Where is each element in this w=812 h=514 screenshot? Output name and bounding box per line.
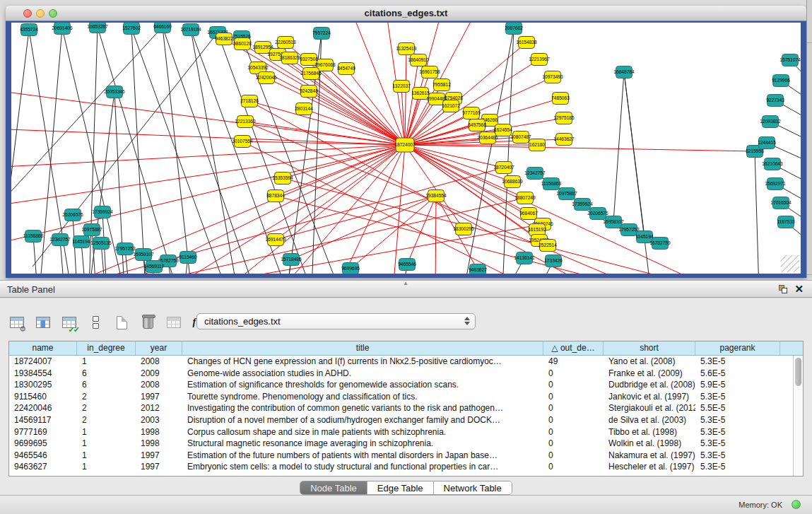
graph-edge[interactable]	[309, 91, 405, 145]
column-header-year[interactable]: year	[136, 341, 182, 355]
graph-node[interactable]: 16958107	[133, 249, 154, 261]
graph-node[interactable]: 9463627	[469, 264, 487, 274]
graph-node[interactable]: 9129966	[772, 75, 790, 87]
graph-node[interactable]: 1322037	[392, 81, 411, 93]
graph-node[interactable]: 9242848	[300, 86, 318, 98]
column-header-title[interactable]: title	[182, 341, 543, 355]
select-rows-button[interactable]: ✓✓	[59, 313, 79, 332]
graph-node[interactable]: 1615192	[528, 224, 546, 236]
splitter-handle[interactable]: ▲	[401, 281, 410, 286]
graph-node[interactable]: 16648784	[613, 66, 635, 78]
graph-node[interactable]: 9684067	[519, 208, 538, 220]
column-header-out_de[interactable]: △ out_de…	[543, 341, 604, 355]
graph-node[interactable]: 10719184	[180, 24, 201, 36]
column-header-in_degree[interactable]: in_degree	[77, 341, 136, 355]
graph-edge[interactable]	[624, 72, 651, 274]
table-select-dropdown[interactable]: citations_edges.txt	[196, 313, 476, 329]
graph-edge[interactable]	[276, 145, 405, 240]
graph-node[interactable]: 1244415	[758, 137, 776, 149]
graph-node[interactable]: 17016504	[770, 197, 792, 209]
graph-node[interactable]: 9227343	[766, 95, 784, 107]
graph-node[interactable]: 19384554	[425, 190, 447, 202]
network-graph[interactable]: 1872400743557242069140610653287152760264…	[11, 23, 801, 274]
graph-edge[interactable]	[401, 86, 405, 145]
graph-node[interactable]: 15353594	[272, 173, 293, 185]
table-row[interactable]: 969969511998Structural magnetic resonanc…	[9, 438, 793, 450]
graph-edge[interactable]	[283, 145, 405, 178]
graph-node[interactable]: 2087682	[505, 23, 523, 35]
graph-node[interactable]: 10807487	[510, 132, 531, 144]
graph-node[interactable]: 20691406	[52, 23, 73, 35]
graph-node[interactable]: 10653287	[87, 23, 108, 33]
column-header-short[interactable]: short	[604, 341, 695, 355]
graph-node[interactable]: 9463822	[215, 33, 233, 45]
graph-node[interactable]: 22420046	[256, 72, 277, 84]
graph-edge[interactable]	[755, 151, 759, 274]
graph-node[interactable]: 11156868	[541, 178, 562, 190]
graph-edge[interactable]	[163, 27, 255, 274]
graph-edge[interactable]	[163, 27, 192, 274]
graph-node[interactable]: 6466160	[153, 23, 172, 33]
graph-node[interactable]: 9465546	[398, 259, 416, 271]
graph-edge[interactable]	[407, 196, 436, 264]
graph-node[interactable]: 7485063	[551, 93, 570, 105]
graph-node[interactable]: 18300295	[453, 223, 474, 235]
graph-node[interactable]: 12975185	[553, 112, 575, 124]
table-settings-button[interactable]: ⚙	[7, 313, 27, 332]
graph-node[interactable]: 16154838	[516, 37, 537, 49]
resize-grip-icon[interactable]	[781, 255, 799, 272]
close-panel-icon[interactable]: ✕	[794, 283, 804, 296]
table-row[interactable]: 1830029562008Estimation of significance …	[9, 379, 793, 391]
graph-node[interactable]: 2718126	[240, 95, 259, 107]
graph-node[interactable]: 12093832	[760, 116, 781, 128]
graph-node[interactable]: 12342757	[524, 168, 546, 180]
graph-node[interactable]: 1167533	[777, 216, 795, 228]
graph-edge[interactable]	[283, 178, 718, 274]
graph-node[interactable]: 10973493	[542, 71, 563, 83]
window-titlebar[interactable]: citations_edges.txt	[6, 6, 806, 21]
graph-node[interactable]: 21756845	[300, 68, 322, 80]
graph-node[interactable]: 20364486	[477, 132, 498, 144]
float-window-icon[interactable]	[779, 285, 788, 294]
graph-node[interactable]: 12213967	[529, 54, 550, 66]
graph-edge[interactable]	[11, 145, 405, 206]
graph-node[interactable]: 14136141	[514, 252, 535, 264]
graph-edge[interactable]	[11, 145, 405, 245]
graph-node[interactable]: 16914479	[265, 234, 286, 246]
graph-node[interactable]: 18720407	[493, 162, 514, 174]
graph-edge[interactable]	[131, 28, 146, 274]
graph-edge[interactable]	[435, 196, 436, 274]
graph-node[interactable]: 162160	[529, 139, 546, 151]
table-row[interactable]: 1872400712008Changes of HCN gene express…	[9, 356, 793, 368]
graph-edge[interactable]	[304, 109, 405, 145]
tab-edge-table[interactable]: Edge Table	[367, 481, 434, 494]
graph-node[interactable]: 7957224	[312, 28, 331, 40]
graph-node[interactable]: 4355724	[20, 24, 38, 36]
graph-node[interactable]: 15751074	[779, 54, 801, 66]
graph-node[interactable]: 15718485	[281, 254, 302, 266]
graph-edge[interactable]	[405, 49, 406, 145]
graph-edge[interactable]	[405, 145, 755, 151]
graph-edge[interactable]	[98, 27, 177, 274]
graph-node[interactable]: 8454749	[337, 63, 355, 75]
graph-node[interactable]: 10975887	[81, 224, 102, 236]
table-row[interactable]: 946554611997Estimation of the future num…	[9, 450, 793, 462]
graph-node[interactable]: 1621072	[442, 100, 460, 112]
tab-network-table[interactable]: Network Table	[434, 481, 512, 494]
graph-node[interactable]: 8878344	[266, 190, 285, 202]
graph-edge[interactable]	[613, 72, 624, 222]
graph-node[interactable]: 14569117	[144, 261, 165, 273]
table-row[interactable]: 1456911722003Disruption of a novel membe…	[9, 414, 793, 426]
graph-node[interactable]: 2803144	[295, 103, 313, 115]
graph-node[interactable]: 6497568	[468, 119, 486, 132]
graph-node[interactable]: 1624554	[494, 124, 512, 136]
table-mode-button[interactable]	[86, 313, 105, 332]
scrollbar-thumb[interactable]	[795, 358, 801, 386]
new-column-button[interactable]	[112, 313, 131, 332]
graph-node[interactable]: 11325419	[396, 43, 417, 55]
graph-edge[interactable]	[405, 145, 718, 274]
graph-node[interactable]: 16210643	[762, 158, 783, 170]
graph-node[interactable]: 17359924	[92, 206, 113, 218]
graph-edge[interactable]	[276, 145, 405, 196]
graph-node[interactable]: 9777169	[462, 107, 481, 119]
